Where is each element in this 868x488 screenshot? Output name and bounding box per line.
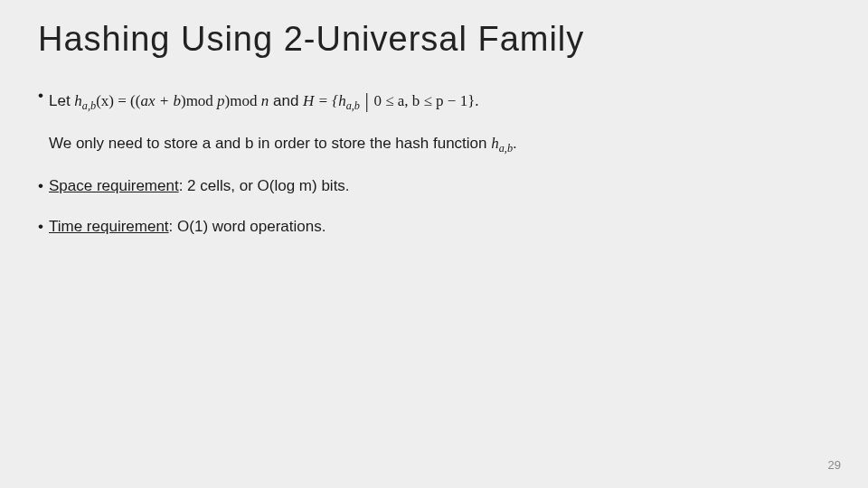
store-text: We only need to store a and b in order t… (49, 135, 491, 152)
ax-plus-b: ax + b (140, 92, 181, 109)
bullet-definition: • Let ha,b(x) = ((ax + b)mod p)mod n and… (38, 86, 830, 156)
set-bar: | (360, 89, 373, 112)
range-text: 0 ≤ a, b ≤ p − 1 (373, 92, 467, 109)
space-req-label: Space requirement (49, 177, 179, 194)
and-text: and (269, 92, 303, 109)
definition-content: Let ha,b(x) = ((ax + b)mod p)mod n and H… (49, 86, 830, 156)
h-subscript: a,b (82, 99, 96, 112)
h-symbol-3: h (491, 135, 499, 152)
slide-body: • Let ha,b(x) = ((ax + b)mod p)mod n and… (38, 86, 830, 238)
bullet-icon: • (38, 176, 49, 197)
h-symbol-2: h (338, 92, 346, 109)
time-req-content: Time requirement: O(1) word operations. (49, 217, 830, 238)
bullet-icon: • (38, 86, 49, 107)
mod-n-op: mod (230, 92, 260, 109)
x-open: (x) = (96, 92, 130, 109)
time-req-label: Time requirement (49, 218, 169, 235)
store-dot: . (513, 135, 517, 152)
bullet-space-requirement: • Space requirement: 2 cells, or O(log m… (38, 176, 830, 197)
page-number: 29 (828, 458, 841, 472)
H-open: H = { (303, 92, 338, 109)
p-symbol: p (217, 92, 225, 109)
slide: Hashing Using 2-Universal Family • Let h… (0, 0, 868, 488)
store-note: We only need to store a and b in order t… (49, 134, 830, 156)
time-req-text: : O(1) word operations. (169, 218, 326, 235)
h-subscript-2: a,b (346, 99, 360, 112)
hash-function-definition: Let ha,b(x) = ((ax + b)mod p)mod n and H… (49, 86, 830, 114)
close-brace: }. (467, 92, 478, 109)
h-symbol: h (74, 92, 82, 109)
slide-title: Hashing Using 2-Universal Family (38, 20, 830, 59)
space-req-content: Space requirement: 2 cells, or O(log m) … (49, 176, 830, 197)
bullet-icon: • (38, 217, 49, 238)
mod-p-op: mod (186, 92, 217, 109)
h-subscript-3: a,b (499, 142, 513, 155)
space-req-text: : 2 cells, or O(log m) bits. (179, 177, 350, 194)
let-text: Let (49, 92, 74, 109)
n-symbol: n (261, 92, 269, 109)
bullet-time-requirement: • Time requirement: O(1) word operations… (38, 217, 830, 238)
